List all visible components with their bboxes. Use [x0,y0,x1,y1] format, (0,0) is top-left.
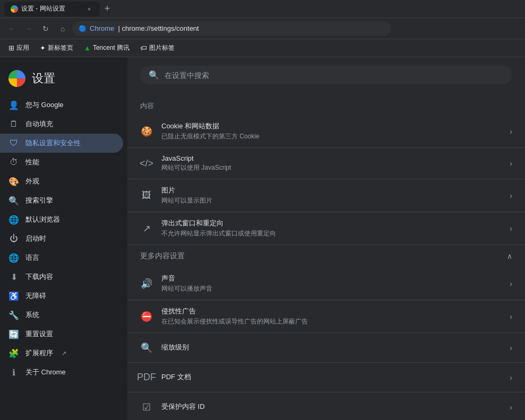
more-section-label: 更多内容设置 [140,251,185,261]
sidebar-icon-browser: 🌐 [8,214,19,225]
new-tab-button[interactable]: + [100,2,115,16]
bookmark-apps-label: 应用 [16,43,29,52]
settings-item-title-javascript: JavaScript [161,154,501,162]
settings-item-icon-javascript: </> [140,157,153,170]
sidebar-item-autofill[interactable]: 🗒自动填充 [0,115,123,134]
sidebar-item-performance[interactable]: ⏱性能 [0,153,123,172]
sidebar-item-appearance[interactable]: 🎨外观 [0,172,123,191]
bookmark-apps[interactable]: ⊞ 应用 [4,41,33,55]
sidebar-icon-search: 🔍 [8,195,19,206]
sidebar-item-startup[interactable]: ⏻启动时 [0,229,123,248]
settings-item-arrow-sound: › [510,279,512,288]
settings-item-desc-intrusive_ads: 在已知会展示侵扰性或误导性广告的网站上屏蔽广告 [161,317,501,326]
settings-item-text-protected_content: 受保护内容 ID [161,402,501,413]
settings-item-title-protected_content: 受保护内容 ID [161,402,501,412]
settings-item-title-images: 图片 [161,186,501,195]
settings-item-title-cookies: Cookie 和网站数据 [161,121,501,131]
sidebar-label-startup: 启动时 [25,234,46,243]
settings-content: 🔍 内容 🍪Cookie 和网站数据已阻止无痕模式下的第三方 Cookie›</… [127,57,525,420]
settings-item-icon-pdf: PDF [140,371,153,384]
address-text: Chrome | chrome://settings/content [90,24,199,32]
sidebar-title: 设置 [32,71,55,86]
sidebar-label-reset: 重置设置 [25,329,53,339]
settings-item-text-intrusive_ads: 侵扰性广告在已知会展示侵扰性或误导性广告的网站上屏蔽广告 [161,307,501,326]
sidebar-label-language: 语言 [25,253,39,262]
settings-item-protected_content[interactable]: ☑受保护内容 ID› [127,392,525,420]
bookmark-imagetag[interactable]: 🏷 图片标签 [136,41,179,55]
sidebar-label-accessibility: 无障碍 [25,291,46,301]
settings-item-cookies[interactable]: 🍪Cookie 和网站数据已阻止无痕模式下的第三方 Cookie› [127,115,525,148]
sidebar-icon-about: ℹ [8,367,19,378]
sidebar-item-download[interactable]: ⬇下载内容 [0,267,123,286]
settings-item-title-pdf: PDF 文档 [161,372,501,382]
settings-item-icon-cookies: 🍪 [140,125,153,138]
sidebar-item-search[interactable]: 🔍搜索引擎 [0,191,123,210]
settings-item-icon-images: 🖼 [140,189,153,202]
settings-item-arrow-cookies: › [510,127,512,136]
sidebar-label-privacy: 隐私设置和安全性 [25,138,81,148]
settings-item-sound[interactable]: 🔊声音网站可以播放声音› [127,267,525,300]
home-button[interactable]: ⌂ [55,21,70,36]
settings-item-icon-protected_content: ☑ [140,401,153,414]
settings-item-arrow-intrusive_ads: › [510,312,512,321]
settings-item-javascript[interactable]: </>JavaScript网站可以使用 JavaScript› [127,148,525,179]
sidebar-label-search: 搜索引擎 [25,196,53,205]
settings-item-text-javascript: JavaScript网站可以使用 JavaScript [161,154,501,172]
sidebar-item-reset[interactable]: 🔄重置设置 [0,325,123,344]
forward-button[interactable]: → [21,21,36,36]
sidebar-item-extensions[interactable]: 🧩扩展程序↗ [0,344,123,363]
sidebar-item-language[interactable]: 🌐语言 [0,248,123,267]
settings-item-text-sound: 声音网站可以播放声音 [161,274,501,293]
back-button[interactable]: ← [4,21,19,36]
settings-item-arrow-javascript: › [510,159,512,168]
address-input[interactable]: 🔵 Chrome | chrome://settings/content [72,21,391,36]
settings-item-arrow-zoom: › [510,344,512,352]
sidebar-label-google: 您与 Google [25,100,64,110]
bookmark-newtab[interactable]: ✦ 新标签页 [36,41,78,55]
sidebar-item-accessibility[interactable]: ♿无障碍 [0,286,123,305]
settings-item-images[interactable]: 🖼图片网站可以显示图片› [127,179,525,212]
search-icon: 🔍 [149,70,159,80]
chrome-label: Chrome [90,24,114,32]
sidebar-item-privacy[interactable]: 🛡隐私设置和安全性 [0,134,123,153]
more-section-toggle[interactable]: 更多内容设置 ∧ [127,245,525,267]
settings-item-intrusive_ads[interactable]: ⛔侵扰性广告在已知会展示侵扰性或误导性广告的网站上屏蔽广告› [127,300,525,333]
title-bar: 设置 - 网站设置 × + [0,0,525,18]
imagetag-icon: 🏷 [140,44,147,52]
browser-tab[interactable]: 设置 - 网站设置 × [4,2,100,16]
sidebar-item-browser[interactable]: 🌐默认浏览器 [0,210,123,229]
chrome-logo [8,70,25,87]
sidebar-icon-google: 👤 [8,100,19,110]
sidebar-icon-reset: 🔄 [8,329,19,339]
settings-item-pdf[interactable]: PDFPDF 文档› [127,363,525,392]
sidebar-header: 设置 [0,66,127,95]
sidebar-item-system[interactable]: 🔧系统 [0,305,123,325]
search-input-wrap[interactable]: 🔍 [140,66,512,84]
main-content: 设置 👤您与 Google🗒自动填充🛡隐私设置和安全性⏱性能🎨外观🔍搜索引擎🌐默… [0,57,525,420]
settings-item-title-sound: 声音 [161,274,501,283]
tab-title: 设置 - 网站设置 [21,4,65,13]
settings-item-icon-intrusive_ads: ⛔ [140,310,153,323]
bookmark-tencent[interactable]: ▲ Tencent 腾讯 [80,41,134,55]
search-input[interactable] [165,71,504,80]
settings-item-text-popups: 弹出式窗口和重定向不允许网站显示弹出式窗口或使用重定向 [161,218,501,238]
sidebar-item-about[interactable]: ℹ关于 Chrome [0,363,123,382]
settings-item-title-zoom: 缩放级别 [161,343,501,352]
settings-item-popups[interactable]: ↗弹出式窗口和重定向不允许网站显示弹出式窗口或使用重定向› [127,212,525,245]
sidebar-label-about: 关于 Chrome [25,368,66,377]
refresh-button[interactable]: ↻ [38,21,53,36]
settings-item-arrow-popups: › [510,224,512,233]
tab-close-button[interactable]: × [85,5,93,13]
sidebar-icon-performance: ⏱ [8,157,19,168]
newtab-icon: ✦ [40,44,46,52]
sidebar-icon-startup: ⏻ [8,233,19,244]
chevron-up-icon: ∧ [507,252,512,260]
search-bar: 🔍 [127,57,525,93]
sidebar-icon-autofill: 🗒 [8,119,19,129]
sidebar-label-browser: 默认浏览器 [25,215,60,224]
settings-item-zoom[interactable]: 🔍缩放级别› [127,333,525,363]
settings-item-desc-cookies: 已阻止无痕模式下的第三方 Cookie [161,132,501,141]
sidebar-icon-privacy: 🛡 [8,138,19,148]
sidebar-label-extensions: 扩展程序 [25,348,53,358]
sidebar-item-google[interactable]: 👤您与 Google [0,95,123,115]
